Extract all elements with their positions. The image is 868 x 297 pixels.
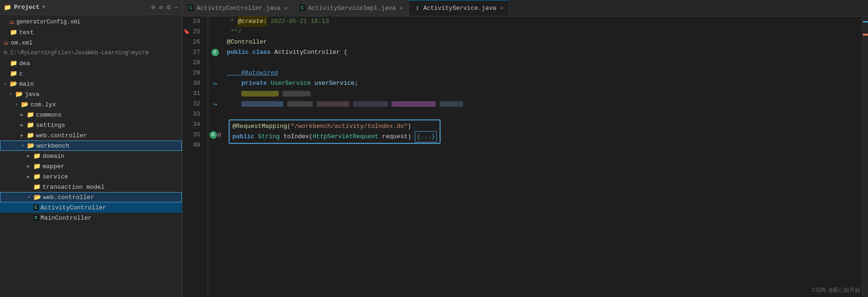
tree-item-generatorconfig[interactable]: 🗂 generatorConfig.xml — [0, 17, 182, 27]
xml-file-icon: 🗂 — [9, 19, 14, 25]
line-num-35: 35 — [182, 130, 204, 140]
redacted-31-1 — [241, 91, 279, 97]
tree-item-idea[interactable]: 📁 dea — [0, 58, 182, 68]
code-content[interactable]: * @create: 2022-05-21 18:13 **/ @Control… — [222, 16, 862, 297]
file-label: ActivityController — [41, 204, 106, 211]
folder-label: domain — [43, 153, 65, 160]
method-name: toIndex( — [280, 132, 312, 142]
code-line-40 — [227, 144, 858, 154]
arrow-right-icon — [27, 163, 32, 169]
tab-label: ActivityServiceImpl.java — [308, 5, 396, 12]
code-editor[interactable]: 24 🔖 25 26 27 28 29 30 31 32 33 34 35 40… — [182, 16, 868, 297]
chevron-down-icon[interactable]: ▼ — [43, 5, 45, 10]
private-keyword: private — [227, 78, 271, 89]
userservice-type: UserService — [271, 78, 311, 89]
tree-item-domain[interactable]: 📁 domain — [0, 151, 182, 161]
folder-label: main — [19, 81, 34, 88]
tree-item-main[interactable]: 📂 main — [0, 79, 182, 89]
tree-item-test[interactable]: 📁 test — [0, 27, 182, 37]
tree-item-java[interactable]: 📂 java — [0, 89, 182, 99]
folder-icon: 📁 — [10, 59, 17, 67]
public-keyword-35: public — [232, 132, 258, 142]
tab-activity-service[interactable]: I ActivityService.java ✕ — [409, 0, 509, 16]
folder-label: com.lyx — [30, 101, 56, 108]
tree-item-service[interactable]: 📁 service — [0, 171, 182, 182]
param-name: request) — [378, 132, 415, 142]
tree-item-com-lyx[interactable]: 📂 com.lyx — [0, 99, 182, 110]
folder-label: test — [19, 29, 34, 36]
folder-icon: 📁 — [27, 111, 34, 119]
folder-icon: 📁 — [33, 163, 41, 170]
tab-label: ActivityService.java — [423, 5, 496, 12]
folder-icon: 📁 — [27, 121, 34, 129]
xml-icon: 🗂 — [4, 40, 9, 46]
c-file-icon: C — [34, 215, 39, 221]
sp1 — [283, 99, 287, 109]
code-line-27: public class ActivityController { — [227, 47, 858, 58]
path-label: m C:\MyLearningFiles\JavaWeb-Learning\my… — [4, 50, 149, 56]
tree-item-web-controller-top[interactable]: 📁 web.controller — [0, 130, 182, 141]
collapse-icon[interactable]: ⇄ — [159, 3, 163, 11]
close-icon[interactable]: ✕ — [500, 5, 503, 12]
tree-item-transaction-model[interactable]: 📁 transaction model — [0, 182, 182, 192]
close-icon[interactable]: ✕ — [399, 5, 403, 12]
code-line-30: private UserService userService; — [227, 78, 858, 89]
tree-item-mapper[interactable]: 📁 mapper — [0, 161, 182, 171]
tree-item-pom[interactable]: 🗂 om.xml — [0, 37, 182, 48]
userservice-var: userService — [314, 78, 354, 89]
redacted-32-1 — [241, 101, 283, 107]
autowired-annotation: @Autowired — [227, 68, 278, 78]
tree-item-main-controller[interactable]: C MainController — [0, 213, 182, 223]
tree-item-workbench[interactable]: 📂 workbench — [0, 141, 182, 151]
line-num-28: 28 — [182, 58, 204, 68]
mapping-path: "/workbench/activity/toIndex.do" — [291, 121, 408, 132]
gutter-27: C — [208, 47, 222, 58]
c-at-icon: C @ — [210, 131, 221, 139]
arrow-right-icon — [21, 112, 25, 118]
code-line-32 — [227, 99, 858, 109]
sp2 — [313, 99, 317, 109]
watermark: CSDN @素心如月妩 — [812, 286, 861, 294]
tree-item-c[interactable]: 📁 c — [0, 68, 182, 79]
sidebar-title: Project — [14, 4, 40, 11]
line-num-27: 27 — [182, 47, 204, 58]
folder-label: dea — [19, 60, 30, 67]
folder-label: commons — [36, 111, 62, 119]
tree-item-settings[interactable]: 📁 settings — [0, 120, 182, 130]
sidebar-header-icons: ⊕ ⇄ ⚙ − — [151, 3, 178, 11]
line-num-31: 31 — [182, 89, 204, 99]
folder-icon: 📁 — [33, 152, 41, 160]
arrow-down-icon — [4, 81, 8, 87]
semicolon: ; — [354, 78, 358, 89]
sp3 — [349, 99, 353, 109]
folder-icon: 📂 — [34, 193, 41, 201]
folder-label: c — [19, 70, 23, 77]
indent-32 — [227, 99, 241, 109]
folder-icon: 📁 — [4, 4, 11, 11]
close-icon[interactable]: ✕ — [284, 5, 288, 12]
highlight-box: @RequestMapping("/workbench/activity/toI… — [229, 119, 441, 144]
tab-activity-controller[interactable]: C ActivityController.java ✕ — [182, 0, 294, 16]
tree-item-web-controller-bottom[interactable]: 📂 web.controller — [0, 192, 182, 202]
right-scrollbar[interactable] — [862, 16, 868, 297]
add-icon[interactable]: ⊕ — [151, 3, 155, 11]
folder-label: java — [25, 91, 39, 98]
tab-c-icon: C — [299, 5, 305, 11]
sp5 — [436, 99, 440, 109]
file-label: MainController — [41, 215, 92, 222]
arrow-right-icon — [21, 133, 25, 138]
redacted-32-3 — [317, 101, 349, 107]
minimize-icon[interactable]: − — [174, 4, 178, 11]
redacted-31-2 — [282, 91, 311, 97]
gutter-28 — [208, 58, 222, 68]
gutter-32: ↪ — [208, 99, 222, 109]
tree-item-activity-controller[interactable]: C ActivityController — [0, 202, 182, 213]
tab-label: ActivityController.java — [197, 5, 281, 12]
tree-item-commons[interactable]: 📁 commons — [0, 110, 182, 120]
date-span: 2022-05-21 18:13 — [267, 16, 329, 27]
tab-activity-service-impl[interactable]: C ActivityServiceImpl.java ✕ — [294, 0, 409, 16]
line-num-24: 24 — [182, 16, 204, 27]
gutter-35: C @ — [208, 130, 222, 140]
gutter-26 — [208, 37, 222, 47]
gear-icon[interactable]: ⚙ — [166, 3, 170, 11]
